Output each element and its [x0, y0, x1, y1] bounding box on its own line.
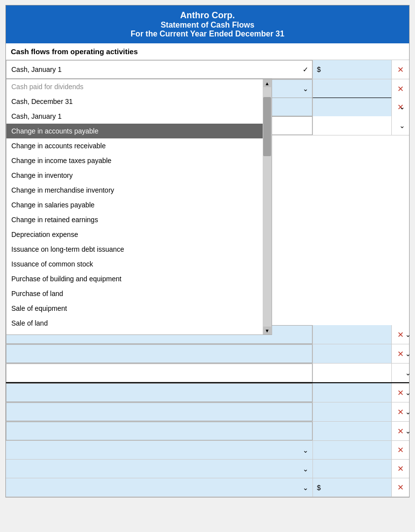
- main-container: Anthro Corp. Statement of Cash Flows For…: [5, 5, 410, 498]
- dropdown-list: Cash paid for dividends Cash, December 3…: [6, 79, 272, 335]
- chevron-icon-4: ⌄: [405, 389, 411, 397]
- first-row-value: $: [312, 60, 391, 79]
- dropdown-item-net-financing[interactable]: Net cash from financing activities: [6, 331, 263, 334]
- bottom-row-3-delete[interactable]: ✕: [391, 478, 409, 497]
- dropdown-arrow-icon-4: ⌄: [399, 122, 405, 130]
- dollar-sign-1: $: [317, 66, 321, 73]
- chevron-icon-3: ⌄: [405, 369, 411, 377]
- chevron-icon-2: ⌄: [405, 350, 411, 358]
- bottom-row-1-label: ⌄: [6, 441, 312, 459]
- delete-icon-ci: ✕: [397, 84, 404, 94]
- data-row-4: ⌄ ✕: [6, 383, 409, 402]
- data-row-4-value: [312, 383, 391, 402]
- data-row-3: ⌄: [6, 364, 409, 383]
- statement-title: Statement of Cash Flows: [10, 21, 405, 30]
- delete-icon-1: ✕: [397, 65, 404, 74]
- chevron-icon-1: ⌄: [405, 331, 411, 338]
- row-depreciation-value: [312, 98, 391, 116]
- dollar-sign-br3: $: [317, 484, 321, 492]
- delete-icon-r1: ✕: [397, 330, 404, 339]
- dropdown-item-cash-dec31[interactable]: Cash, December 31: [6, 94, 263, 109]
- bottom-row-2-delete[interactable]: ✕: [391, 460, 409, 478]
- dropdown-item-cash-paid-dividends[interactable]: Cash paid for dividends: [6, 79, 263, 94]
- scrollbar[interactable]: ▲ ▼: [263, 79, 272, 334]
- scroll-up-button[interactable]: ▲: [263, 79, 271, 87]
- first-row-label: Cash, January 1 ✓ Cash paid for dividend…: [6, 60, 312, 79]
- delete-icon-r2: ✕: [397, 349, 404, 359]
- data-row-6-value: [312, 422, 391, 440]
- bottom-row-2-label: ⌄: [6, 460, 312, 478]
- dropdown-selected[interactable]: Cash, January 1 ✓: [6, 60, 312, 79]
- chevron-icon-5: ⌄: [405, 408, 411, 416]
- data-row-6-label: ⌄: [6, 422, 312, 440]
- selected-text: Cash, January 1: [11, 66, 62, 73]
- delete-icon-r4: ✕: [397, 388, 404, 398]
- data-row-6-select[interactable]: ⌄: [6, 422, 312, 440]
- data-row-3-select[interactable]: ⌄: [6, 364, 312, 382]
- dropdown-open-area: Cash, January 1 ✓ Cash paid for dividend…: [6, 60, 312, 79]
- row-change-inventory-delete[interactable]: ✕: [391, 79, 409, 98]
- row-change-inventory-value: [312, 79, 391, 98]
- data-row-3-label: ⌄: [6, 364, 312, 382]
- data-row-5-select[interactable]: ⌄: [6, 402, 312, 421]
- data-row-4-label: ⌄: [6, 383, 312, 402]
- dropdown-item-change-merchandise-inventory[interactable]: Change in merchandise inventory: [6, 183, 263, 198]
- statement-period: For the Current Year Ended December 31: [10, 30, 405, 38]
- dropdown-arrow-icon-3: ⌄: [399, 103, 405, 111]
- delete-icon-br1: ✕: [397, 445, 404, 455]
- delete-icon-r5: ✕: [397, 407, 404, 417]
- bottom-row-3-label: ⌄: [6, 478, 312, 497]
- section-label: Cash flows from operating activities: [6, 43, 409, 60]
- data-row-5-label: ⌄: [6, 402, 312, 421]
- bottom-row-1: ⌄ ✕: [6, 441, 409, 460]
- data-row-5-value: [312, 402, 391, 421]
- dropdown-arrow-icon: ✓: [303, 66, 309, 73]
- data-row-2: ⌄ ✕: [6, 344, 409, 364]
- dropdown-item-depreciation-expense[interactable]: Depreciation expense: [6, 227, 263, 242]
- delete-icon-br2: ✕: [397, 464, 404, 473]
- data-row-2-select[interactable]: ⌄: [6, 344, 312, 363]
- dropdown-item-sale-equipment[interactable]: Sale of equipment: [6, 301, 263, 316]
- bottom-row-2-value: [312, 460, 391, 478]
- bottom-row-2: ⌄ ✕: [6, 460, 409, 478]
- dropdown-item-purchase-land[interactable]: Purchase of land: [6, 286, 263, 301]
- chevron-icon-6: ⌄: [405, 427, 411, 435]
- scroll-down-button[interactable]: ▼: [263, 327, 271, 334]
- dropdown-item-change-salaries-payable[interactable]: Change in salaries payable: [6, 198, 263, 212]
- data-row-1-value: [312, 325, 391, 344]
- dropdown-arrow-icon-2: ⌄: [303, 85, 309, 93]
- dropdown-item-change-accounts-payable[interactable]: Change in accounts payable: [6, 124, 263, 138]
- chevron-bottom-1: ⌄: [303, 446, 309, 454]
- bottom-row-3: ⌄ $ ✕: [6, 478, 409, 497]
- data-row-3-value: [312, 364, 391, 382]
- dropdown-item-issuance-longterm[interactable]: Issuance on long-term debt issuance: [6, 242, 263, 257]
- delete-icon-br3: ✕: [397, 483, 404, 492]
- bottom-row-1-value: [312, 441, 391, 459]
- dropdown-item-change-income-taxes[interactable]: Change in income taxes payable: [6, 153, 263, 168]
- delete-icon-r6: ✕: [397, 427, 404, 436]
- chevron-bottom-3: ⌄: [303, 484, 309, 492]
- data-row-4-select[interactable]: ⌄: [6, 383, 312, 402]
- dropdown-item-cash-jan1[interactable]: Cash, January 1: [6, 109, 263, 124]
- dropdown-item-issuance-common-stock[interactable]: Issuance of common stock: [6, 257, 263, 271]
- chevron-bottom-2: ⌄: [303, 465, 309, 473]
- rows-group: ⌄ ✕ ⌄ ✕ ⌄: [6, 325, 409, 441]
- data-row-2-value: [312, 344, 391, 363]
- bottom-row-1-delete[interactable]: ✕: [391, 441, 409, 459]
- bottom-row-3-value: $: [312, 478, 391, 497]
- dropdown-item-change-retained-earnings[interactable]: Change in retained earnings: [6, 212, 263, 227]
- header: Anthro Corp. Statement of Cash Flows For…: [6, 5, 409, 43]
- first-row-delete[interactable]: ✕: [391, 60, 409, 79]
- dropdown-item-sale-land[interactable]: Sale of land: [6, 316, 263, 331]
- dropdown-list-inner[interactable]: Cash paid for dividends Cash, December 3…: [6, 79, 263, 334]
- company-name: Anthro Corp.: [10, 10, 405, 21]
- scrollbar-thumb[interactable]: [263, 97, 271, 156]
- data-row-6: ⌄ ✕: [6, 422, 409, 441]
- first-row: Cash, January 1 ✓ Cash paid for dividend…: [6, 60, 409, 79]
- dropdown-item-change-inventory[interactable]: Change in inventory: [6, 168, 263, 183]
- data-row-5: ⌄ ✕: [6, 402, 409, 422]
- dropdown-item-change-accounts-receivable[interactable]: Change in accounts receivable: [6, 138, 263, 153]
- data-row-2-label: ⌄: [6, 344, 312, 363]
- dropdown-item-purchase-building[interactable]: Purchase of building and equipment: [6, 271, 263, 286]
- row-purchase-land-value: [312, 116, 391, 135]
